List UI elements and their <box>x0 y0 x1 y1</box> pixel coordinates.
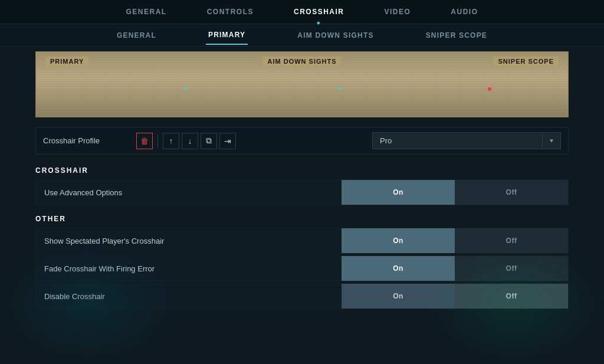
setting-row-advanced-options: Use Advanced Options On Off <box>35 179 569 205</box>
sub-nav-item-primary[interactable]: PRIMARY <box>206 26 248 45</box>
setting-label-advanced-options: Use Advanced Options <box>36 181 342 204</box>
crosshair-preview: PRIMARY AIM DOWN SIGHTS SNIPER SCOPE + + <box>35 51 569 117</box>
setting-row-disable: Disable Crosshair On Off <box>35 283 569 309</box>
toggle-on-fade[interactable]: On <box>342 256 455 281</box>
toggle-off-fade[interactable]: Off <box>455 256 568 281</box>
delete-profile-button[interactable]: 🗑 <box>136 133 153 149</box>
upload-profile-button[interactable]: ↑ <box>163 133 179 149</box>
profile-select[interactable]: Pro ▼ <box>372 132 561 149</box>
profile-actions: 🗑 ↑ ↓ ⧉ ⇥ <box>136 133 236 149</box>
toggle-on-disable[interactable]: On <box>342 284 455 309</box>
setting-label-fade: Fade Crosshair With Firing Error <box>36 257 342 280</box>
import-profile-button[interactable]: ⇥ <box>219 133 236 149</box>
toggle-on-spectated[interactable]: On <box>342 228 455 253</box>
top-nav-item-general[interactable]: GENERAL <box>123 8 169 16</box>
preview-label-primary: PRIMARY <box>45 57 88 66</box>
top-nav-item-audio[interactable]: AUDIO <box>448 8 480 16</box>
setting-label-disable: Disable Crosshair <box>36 285 342 308</box>
sub-nav-item-ads[interactable]: AIM DOWN SIGHTS <box>295 27 376 44</box>
toggle-off-advanced-options[interactable]: Off <box>455 180 568 205</box>
download-profile-button[interactable]: ↓ <box>182 133 198 149</box>
crosshair-sniper <box>488 87 491 91</box>
crosshair-section-header: CROSSHAIR <box>35 166 569 175</box>
sub-nav-item-general[interactable]: GENERAL <box>114 27 159 44</box>
setting-row-spectated: Show Spectated Player's Crosshair On Off <box>35 228 569 254</box>
top-nav-item-controls[interactable]: CONTROLS <box>205 8 256 16</box>
other-section-header: OTHER <box>35 215 569 223</box>
profile-select-arrow-icon: ▼ <box>542 134 560 147</box>
toggle-group-disable: On Off <box>342 284 568 309</box>
profile-row: Crosshair Profile 🗑 ↑ ↓ ⧉ ⇥ Pro ▼ <box>35 127 569 155</box>
sub-nav-item-sniper[interactable]: SNIPER SCOPE <box>424 27 490 44</box>
divider <box>157 134 158 148</box>
setting-label-spectated: Show Spectated Player's Crosshair <box>36 229 342 252</box>
preview-label-ads: AIM DOWN SIGHTS <box>262 57 341 66</box>
sub-nav: GENERAL PRIMARY AIM DOWN SIGHTS SNIPER S… <box>0 24 604 47</box>
top-nav-item-video[interactable]: VIDEO <box>382 8 413 16</box>
profile-label: Crosshair Profile <box>43 136 132 145</box>
setting-row-fade: Fade Crosshair With Firing Error On Off <box>35 255 569 281</box>
toggle-group-fade: On Off <box>342 256 568 281</box>
main-content: PRIMARY AIM DOWN SIGHTS SNIPER SCOPE + +… <box>0 51 604 309</box>
toggle-group-spectated: On Off <box>342 228 568 253</box>
profile-select-value: Pro <box>373 133 542 149</box>
toggle-on-advanced-options[interactable]: On <box>342 180 455 205</box>
top-nav: GENERAL CONTROLS CROSSHAIR VIDEO AUDIO <box>0 0 604 24</box>
crosshair-ads: + <box>337 84 343 94</box>
toggle-group-advanced-options: On Off <box>342 180 568 205</box>
top-nav-item-crosshair[interactable]: CROSSHAIR <box>291 8 347 16</box>
preview-label-sniper: SNIPER SCOPE <box>493 57 559 66</box>
toggle-off-disable[interactable]: Off <box>455 284 568 309</box>
copy-profile-button[interactable]: ⧉ <box>201 133 217 149</box>
crosshair-primary: + <box>182 84 189 94</box>
toggle-off-spectated[interactable]: Off <box>455 228 568 253</box>
